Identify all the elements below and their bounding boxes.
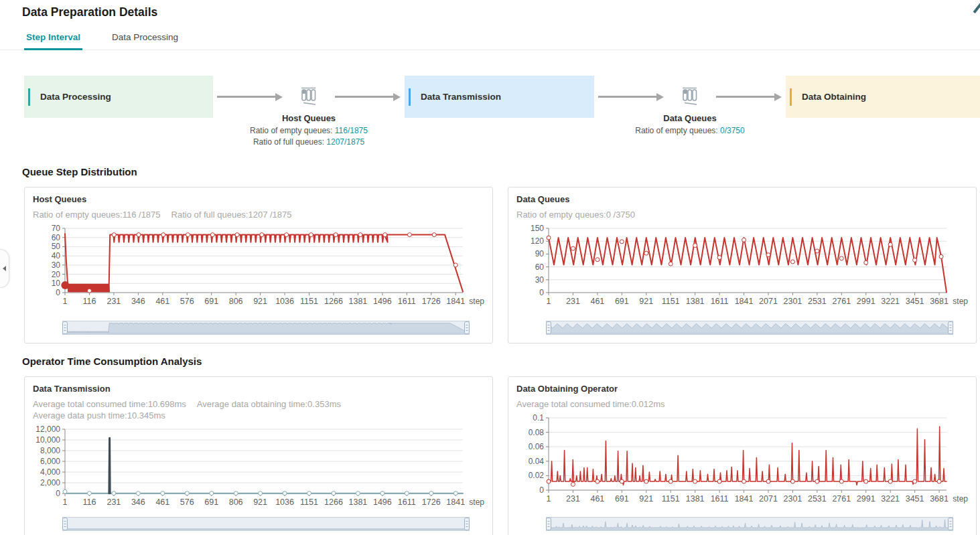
svg-text:1841: 1841 (446, 498, 465, 507)
data-transmission-chart[interactable]: 02,0004,0006,0008,00010,00012,0001116231… (33, 425, 486, 510)
svg-text:2761: 2761 (832, 494, 851, 504)
svg-text:2531: 2531 (808, 297, 827, 306)
svg-text:691: 691 (204, 297, 218, 306)
svg-text:2301: 2301 (784, 297, 802, 306)
svg-text:step: step (469, 498, 484, 507)
svg-text:3221: 3221 (881, 494, 900, 504)
flow-node-data-obtaining: Data Obtaining (786, 76, 980, 118)
collapse-arrow-icon (3, 266, 6, 271)
svg-text:0: 0 (56, 489, 60, 498)
svg-text:576: 576 (180, 498, 194, 507)
svg-text:1151: 1151 (300, 498, 318, 507)
svg-text:10,000: 10,000 (36, 435, 60, 445)
sidebar-collapse-handle[interactable] (0, 249, 9, 288)
queue-chart-row: Host Queues Ratio of empty queues:116 /1… (0, 187, 980, 343)
flow-node-data-processing: Data Processing (24, 76, 213, 118)
section-title-queue-step-distribution: Queue Step Distribution (22, 166, 980, 177)
card-stats: Ratio of empty queues:0 /3750 (516, 209, 968, 220)
svg-text:step: step (953, 494, 968, 504)
svg-text:2531: 2531 (808, 494, 827, 504)
svg-text:1381: 1381 (349, 297, 368, 306)
node-accent-bar (790, 88, 792, 106)
svg-text:2071: 2071 (759, 297, 778, 306)
svg-text:3221: 3221 (881, 297, 900, 306)
chart-card-host-queues: Host Queues Ratio of empty queues:116 /1… (24, 187, 493, 343)
data-queues-chart[interactable]: 0306090120150123146169192111511381161118… (516, 224, 969, 309)
svg-text:0.08: 0.08 (529, 428, 545, 437)
svg-text:2991: 2991 (857, 494, 876, 504)
flow-arrow (213, 76, 287, 118)
svg-text:1: 1 (63, 498, 68, 507)
page-title: Data Preparation Details (22, 5, 980, 19)
data-obtaining-chart[interactable]: 00.020.040.060.080.112314616919211151138… (516, 414, 969, 506)
svg-text:1: 1 (547, 297, 551, 306)
svg-text:461: 461 (590, 297, 604, 306)
node-label: Data Obtaining (802, 92, 866, 102)
data-obtaining-zoom-slider[interactable] (546, 515, 953, 533)
tab-step-interval[interactable]: Step Interval (24, 28, 82, 50)
svg-text:921: 921 (253, 498, 267, 507)
svg-text:0: 0 (539, 485, 544, 495)
svg-text:0.02: 0.02 (529, 471, 545, 480)
svg-text:346: 346 (131, 297, 145, 306)
svg-text:1611: 1611 (398, 297, 416, 306)
svg-text:step: step (953, 297, 968, 306)
data-queues-zoom-slider[interactable] (546, 319, 953, 337)
svg-text:90: 90 (535, 249, 545, 258)
queue-icon (299, 85, 318, 106)
svg-text:1381: 1381 (349, 498, 368, 507)
svg-text:1151: 1151 (662, 297, 680, 306)
card-stats: Ratio of empty queues:116 /1875Ratio of … (33, 209, 484, 220)
svg-text:1841: 1841 (735, 494, 754, 504)
svg-text:1726: 1726 (422, 498, 441, 507)
svg-text:1266: 1266 (324, 297, 343, 306)
card-title: Data Obtaining Operator (516, 384, 968, 394)
tab-bar: Step Interval Data Processing (0, 28, 980, 50)
svg-text:120: 120 (531, 236, 544, 246)
svg-text:0.04: 0.04 (529, 457, 545, 466)
host-queues-chart[interactable]: 0102030405060701116231346461576691806921… (33, 224, 486, 309)
svg-text:461: 461 (155, 297, 169, 306)
svg-text:116: 116 (82, 498, 96, 507)
svg-text:0: 0 (539, 288, 544, 297)
svg-text:60: 60 (535, 262, 545, 272)
host-queues-zoom-slider[interactable] (62, 319, 470, 337)
svg-text:1611: 1611 (398, 498, 416, 507)
svg-text:921: 921 (253, 297, 267, 306)
queue-icon (681, 85, 699, 106)
svg-text:150: 150 (531, 224, 544, 233)
svg-text:1036: 1036 (275, 297, 294, 306)
svg-text:1: 1 (547, 494, 551, 504)
flow-arrow (712, 76, 786, 118)
svg-text:50: 50 (52, 242, 61, 251)
svg-text:576: 576 (180, 297, 194, 306)
svg-text:3681: 3681 (930, 494, 949, 504)
svg-text:2761: 2761 (832, 297, 851, 306)
chart-card-data-queues: Data Queues Ratio of empty queues:0 /375… (508, 187, 977, 343)
svg-text:1266: 1266 (324, 498, 343, 507)
svg-text:1151: 1151 (662, 494, 680, 504)
svg-text:2071: 2071 (759, 494, 778, 504)
svg-text:231: 231 (566, 297, 580, 306)
svg-text:116: 116 (82, 297, 96, 306)
svg-text:step: step (469, 297, 484, 306)
chart-card-data-obtaining: Data Obtaining Operator Average total co… (508, 376, 977, 535)
svg-text:691: 691 (615, 297, 629, 306)
svg-text:806: 806 (229, 297, 243, 306)
svg-text:60: 60 (52, 233, 61, 242)
corner-resize-mark (973, 1, 980, 13)
queue-caption-data: Data Queues Ratio of empty queues: 0/375… (610, 113, 770, 137)
svg-text:1496: 1496 (373, 297, 392, 306)
svg-text:0.06: 0.06 (529, 442, 545, 451)
card-title: Data Transmission (33, 384, 484, 394)
svg-text:3681: 3681 (930, 297, 949, 306)
svg-text:12,000: 12,000 (36, 425, 60, 434)
flow-arrow (594, 76, 668, 118)
svg-text:30: 30 (535, 275, 545, 285)
svg-text:231: 231 (566, 494, 580, 504)
flow-node-data-transmission: Data Transmission (405, 76, 594, 118)
tab-data-processing[interactable]: Data Processing (110, 28, 180, 50)
data-transmission-zoom-slider[interactable] (62, 515, 470, 533)
svg-text:231: 231 (107, 297, 121, 306)
flow-queue-data: Data Queues Ratio of empty queues: 0/375… (668, 76, 712, 118)
